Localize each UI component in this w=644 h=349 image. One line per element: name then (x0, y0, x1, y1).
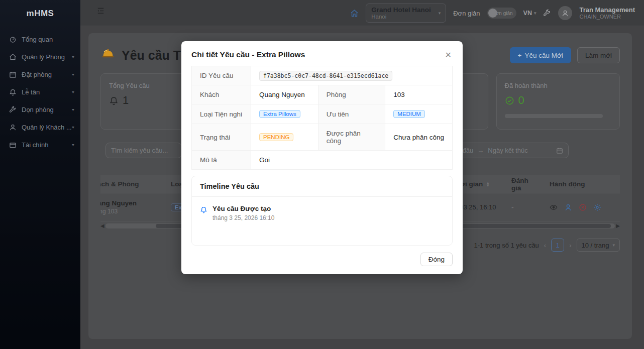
cancel-icon[interactable] (579, 203, 587, 211)
sidebar: mHMS Tổng quan Quản lý Phòng ▾ Đặt phòng… (0, 0, 80, 349)
sidebar-item-reception[interactable]: Lễ tân ▾ (0, 83, 80, 101)
new-request-button[interactable]: + Yêu cầu Mới (510, 47, 571, 63)
bell-icon (109, 96, 119, 105)
page-size-selector[interactable]: 10 / trang ▾ (577, 239, 620, 252)
field-label: Mô tả (192, 151, 251, 170)
hotel-name: Grand Hotel Hanoi (371, 6, 433, 14)
top-header: Grand Hotel Hanoi Hanoi ▾ Đơn giản Đơn g… (80, 0, 644, 26)
chevron-down-icon: ▾ (534, 11, 536, 16)
field-label: Được phân công (318, 124, 385, 151)
assign-user-icon[interactable] (564, 203, 572, 211)
scroll-left-icon[interactable]: ◀ (100, 222, 104, 229)
bell-icon (9, 88, 17, 96)
field-label: Ưu tiên (318, 104, 385, 124)
rating-cell: - (506, 203, 545, 211)
guest-room-cell: Quang Nguyen Phòng 103 (100, 199, 166, 215)
hotel-city: Hanoi (371, 14, 433, 20)
sort-icon[interactable]: ▲▼ (486, 182, 490, 187)
user-info[interactable]: Tran Management CHAIN_OWNER (579, 6, 635, 21)
chevron-down-icon: ▾ (72, 125, 74, 130)
pagination-summary: 1-1 trong số 1 yêu cầu (474, 242, 539, 249)
home-icon (9, 53, 17, 61)
app-screen: mHMS Tổng quan Quản lý Phòng ▾ Đặt phòng… (0, 0, 644, 349)
prev-page-icon[interactable]: ‹ (544, 242, 546, 249)
chevron-down-icon: ▾ (72, 55, 74, 59)
next-page-icon[interactable]: › (569, 242, 571, 249)
toggle-knob (488, 9, 497, 18)
sidebar-item-room-management[interactable]: Quản lý Phòng ▾ (0, 48, 80, 66)
settings-gear-icon[interactable] (593, 203, 601, 211)
close-icon[interactable]: ✕ (443, 48, 454, 62)
user-icon (9, 124, 17, 131)
home-icon[interactable] (350, 9, 359, 18)
plus-icon: + (518, 52, 522, 59)
search-input[interactable] (105, 143, 182, 158)
arrow-right-icon: → (477, 147, 484, 154)
sidebar-item-label: Quản lý Khách ... (22, 124, 72, 131)
timeline-event-time: tháng 3 25, 2026 16:10 (212, 214, 274, 221)
description-value: Goi (251, 151, 453, 170)
bell-gold-icon (100, 48, 116, 63)
user-role: CHAIN_OWNER (579, 14, 635, 20)
guest-name: Quang Nguyen (100, 199, 137, 207)
request-details-table: ID Yêu cầu f7a38bc5-c0c7-48cd-8641-e315e… (191, 66, 453, 170)
scroll-right-icon[interactable]: ▶ (616, 222, 620, 229)
hotel-selector[interactable]: Grand Hotel Hanoi Hanoi ▾ (366, 4, 446, 23)
stat-label: Đã hoàn thành (505, 82, 612, 89)
column-actions: Hành động (545, 180, 620, 188)
status-badge: PENDING (259, 133, 293, 141)
sidebar-item-finance[interactable]: Tài chính ▾ (0, 136, 80, 154)
timeline-title: Timeline Yêu cầu (192, 176, 452, 197)
stat-card-completed: Đã hoàn thành 0 (496, 73, 620, 130)
dashboard-icon (9, 36, 17, 43)
chevron-down-icon: ▾ (72, 143, 74, 147)
timeline-card: Timeline Yêu cầu Yêu cầu Được tạo tháng … (191, 176, 453, 246)
app-logo: mHMS (0, 0, 80, 31)
chevron-down-icon: ▾ (72, 90, 74, 94)
priority-badge: MEDIUM (393, 110, 425, 118)
user-name: Tran Management (579, 6, 635, 14)
language-code: VN (523, 10, 532, 17)
sidebar-item-label: Lễ tân (22, 88, 72, 96)
field-label: Khách (192, 85, 251, 104)
chevron-down-icon: ▾ (72, 107, 74, 112)
simple-mode-toggle[interactable]: Đơn giản (487, 8, 516, 19)
date-end-placeholder: Ngày kết thúc (488, 147, 528, 154)
language-selector[interactable]: VN ▾ (523, 10, 536, 17)
field-label: Phòng (318, 85, 385, 104)
room-value: 103 (385, 85, 453, 104)
view-icon[interactable] (550, 203, 558, 211)
close-button[interactable]: Đóng (420, 253, 453, 266)
sidebar-item-label: Dọn phòng (22, 106, 72, 113)
field-label: Trạng thái (192, 124, 251, 151)
sidebar-item-booking[interactable]: Đặt phòng ▾ (0, 66, 80, 83)
stat-value: 0 (518, 94, 524, 107)
request-detail-modal: Chi tiết Yêu cầu - Extra Pillows ✕ ID Yê… (181, 41, 463, 274)
timeline-event-title: Yêu cầu Được tạo (212, 205, 274, 212)
timeline-event: Yêu cầu Được tạo tháng 3 25, 2026 16:10 (200, 205, 444, 221)
check-circle-icon (505, 96, 514, 105)
stat-value: 1 (123, 94, 129, 107)
bell-icon (200, 206, 207, 213)
simple-mode-label: Đơn giản (453, 10, 480, 17)
request-id-value: f7a38bc5-c0c7-48cd-8641-e315ecd61ace (259, 71, 392, 81)
user-avatar[interactable] (558, 6, 572, 20)
sidebar-item-label: Tổng quan (22, 36, 74, 43)
tool-icon (9, 106, 17, 113)
wallet-icon (9, 141, 17, 149)
column-guest-room[interactable]: Khách & Phòng (100, 180, 166, 188)
menu-fold-icon[interactable] (96, 7, 105, 15)
field-label: ID Yêu cầu (192, 66, 251, 85)
chevron-down-icon: ▾ (612, 243, 615, 248)
refresh-button[interactable]: Làm mới (577, 47, 620, 63)
tool-icon[interactable] (543, 9, 551, 17)
sidebar-item-housekeeping[interactable]: Dọn phòng ▾ (0, 101, 80, 119)
column-rating[interactable]: Đánh giá (506, 177, 545, 192)
sidebar-item-overview[interactable]: Tổng quan (0, 31, 80, 48)
modal-title: Chi tiết Yêu cầu - Extra Pillows (191, 50, 453, 59)
sidebar-item-guest-management[interactable]: Quản lý Khách ... ▾ (0, 119, 80, 136)
calendar-icon (556, 147, 563, 154)
assigned-value: Chưa phân công (385, 124, 453, 151)
page-number[interactable]: 1 (551, 239, 564, 252)
chevron-down-icon: ▾ (72, 72, 74, 77)
